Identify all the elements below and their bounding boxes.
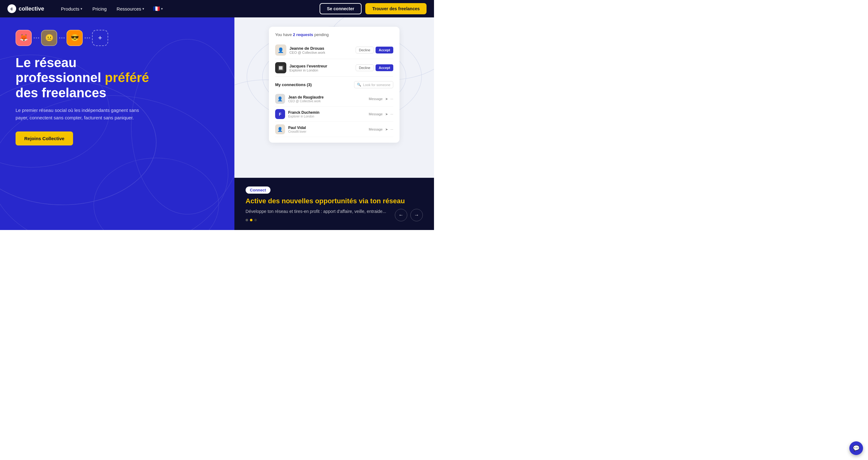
- svg-point-3: [94, 158, 219, 230]
- connections-section: My connections (3) 🔍 Look for someone 👤 …: [275, 81, 393, 137]
- carousel-dot-3[interactable]: [254, 219, 257, 221]
- bottom-panel: Connect Active des nouvelles opportunité…: [235, 178, 434, 230]
- pending-header: You have 2 requests pending: [275, 32, 393, 37]
- conn-name-3: Paul Vidal: [288, 126, 366, 130]
- send-icon-2: ➤: [385, 112, 388, 116]
- connector-1: [34, 37, 39, 38]
- request-item-2: 🔲 Jacques l'eventreur Explorer in London…: [275, 59, 393, 77]
- connections-title: My connections (3): [275, 83, 312, 87]
- carousel-dot-1[interactable]: [246, 219, 248, 221]
- chevron-down-icon-3: ▾: [161, 7, 163, 11]
- decline-button-1[interactable]: Decline: [355, 46, 374, 54]
- search-box[interactable]: 🔍 Look for someone: [354, 81, 393, 88]
- connection-item-1: 👤 Jean de Rauglaudre CEO @ Collective.wo…: [275, 91, 393, 107]
- message-label-3[interactable]: Message: [369, 127, 383, 131]
- send-icon-1: ➤: [385, 97, 388, 101]
- avatar-add[interactable]: +: [92, 30, 108, 46]
- logo-icon: c: [7, 4, 16, 13]
- hero-subtitle: Le premier réseau social où les indépend…: [16, 107, 146, 122]
- message-label-1[interactable]: Message: [369, 97, 383, 101]
- logo-text: collective: [19, 6, 44, 12]
- conn-info-1: Jean de Rauglaudre CEO @ Collective.work: [288, 95, 366, 103]
- hero-content: 🦊 😐 😎 + Le réseau professionnel préféré: [16, 30, 219, 145]
- nav-links: Products ▾ Pricing Ressources ▾ 🇫🇷 ▾: [57, 3, 319, 14]
- requester-avatar-2: 🔲: [275, 62, 286, 73]
- connect-button[interactable]: Se connecter: [319, 3, 362, 14]
- connection-item-2: F Franck Duchemin Explorer in London Mes…: [275, 107, 393, 122]
- conn-role-2: Explorer in London: [288, 115, 366, 118]
- nav-pricing[interactable]: Pricing: [88, 4, 111, 14]
- conn-role-1: CEO @ Collective.work: [288, 99, 366, 103]
- conn-avatar-3: 👤: [275, 124, 285, 134]
- avatar-1: 🦊: [16, 30, 32, 46]
- accept-button-2[interactable]: Accept: [376, 64, 393, 71]
- hero-section: 🦊 😐 😎 + Le réseau professionnel préféré: [0, 18, 235, 230]
- search-icon: 🔍: [357, 83, 361, 87]
- find-freelance-button[interactable]: Trouver des freelances: [365, 3, 427, 14]
- carousel-dot-2[interactable]: [250, 219, 252, 221]
- nav-resources[interactable]: Ressources ▾: [112, 4, 149, 14]
- next-button[interactable]: →: [410, 209, 423, 221]
- prev-button[interactable]: ←: [395, 209, 407, 221]
- flag-icon: 🇫🇷: [153, 5, 160, 12]
- avatar-2: 😐: [41, 30, 57, 46]
- requester-info-2: Jacques l'eventreur Explorer in London: [289, 64, 352, 72]
- more-icon-2[interactable]: ···: [391, 112, 393, 116]
- connections-header: My connections (3) 🔍 Look for someone: [275, 81, 393, 88]
- bottom-title: Active des nouvelles opportunités via to…: [246, 197, 423, 206]
- conn-info-3: Paul Vidal Crossfit lover: [288, 126, 366, 133]
- conn-actions-2: Message ➤ ···: [369, 112, 393, 116]
- connector-3: [85, 37, 90, 38]
- mockup-card: You have 2 requests pending 👤 Jeanne de …: [269, 27, 400, 143]
- send-icon-3: ➤: [385, 127, 388, 131]
- more-icon-1[interactable]: ···: [391, 97, 393, 101]
- conn-name-1: Jean de Rauglaudre: [288, 95, 366, 99]
- requester-name-1: Jeanne de Drouas: [289, 46, 352, 51]
- avatar-3: 😎: [66, 30, 83, 46]
- conn-name-2: Franck Duchemin: [288, 110, 366, 115]
- join-button[interactable]: Rejoins Collective: [16, 131, 73, 145]
- request-actions-1: Decline Accept: [355, 46, 393, 54]
- requester-role-2: Explorer in London: [289, 68, 352, 72]
- chevron-down-icon: ▾: [81, 7, 82, 11]
- search-placeholder: Look for someone: [363, 83, 391, 87]
- app-mockup: You have 2 requests pending 👤 Jeanne de …: [235, 18, 434, 178]
- accept-button-1[interactable]: Accept: [376, 46, 393, 54]
- decline-button-2[interactable]: Decline: [355, 64, 374, 71]
- carousel-nav: ← →: [395, 209, 423, 221]
- requester-info-1: Jeanne de Drouas CEO @ Collective.work: [289, 46, 352, 55]
- requester-role-1: CEO @ Collective.work: [289, 51, 352, 55]
- conn-actions-3: Message ➤ ···: [369, 127, 393, 131]
- avatar-row: 🦊 😐 😎 +: [16, 30, 219, 46]
- nav-products[interactable]: Products ▾: [57, 4, 87, 14]
- requester-avatar-1: 👤: [275, 44, 286, 56]
- more-icon-3[interactable]: ···: [391, 127, 393, 131]
- conn-info-2: Franck Duchemin Explorer in London: [288, 110, 366, 118]
- requester-name-2: Jacques l'eventreur: [289, 64, 352, 68]
- highlight-text: préféré: [105, 70, 149, 85]
- conn-role-3: Crossfit lover: [288, 130, 366, 133]
- language-selector[interactable]: 🇫🇷 ▾: [150, 3, 166, 14]
- hero-right: You have 2 requests pending 👤 Jeanne de …: [235, 18, 434, 230]
- conn-avatar-2: F: [275, 109, 285, 119]
- logo[interactable]: c collective: [7, 4, 44, 13]
- connect-badge: Connect: [246, 187, 271, 194]
- conn-avatar-1: 👤: [275, 94, 285, 104]
- request-actions-2: Decline Accept: [355, 64, 393, 71]
- conn-actions-1: Message ➤ ···: [369, 97, 393, 101]
- hero-title: Le réseau professionnel préféré des free…: [16, 55, 219, 100]
- chevron-down-icon-2: ▾: [143, 7, 144, 11]
- main-content: 🦊 😐 😎 + Le réseau professionnel préféré: [0, 18, 434, 230]
- nav-right: Se connecter Trouver des freelances: [319, 3, 427, 14]
- connection-item-3: 👤 Paul Vidal Crossfit lover Message ➤ ··…: [275, 122, 393, 137]
- navbar: c collective Products ▾ Pricing Ressourc…: [0, 0, 434, 18]
- connector-2: [59, 37, 65, 38]
- hero-title-line2: professionnel préféré: [16, 70, 149, 85]
- request-item-1: 👤 Jeanne de Drouas CEO @ Collective.work…: [275, 41, 393, 59]
- message-label-2[interactable]: Message: [369, 112, 383, 116]
